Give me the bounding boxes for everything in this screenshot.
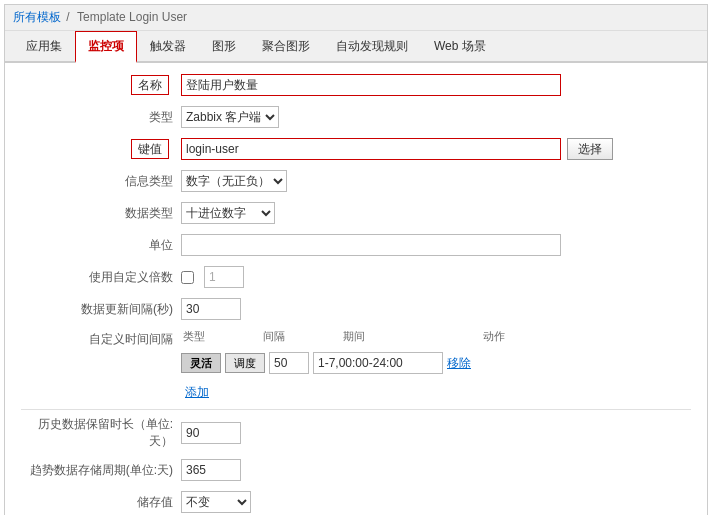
key-row: 键值 选择 xyxy=(21,137,691,161)
tab-bar: 应用集监控项触发器图形聚合图形自动发现规则Web 场景 xyxy=(5,31,707,63)
breadcrumb-template-name: Template Login User xyxy=(77,10,187,24)
trend-control xyxy=(181,459,691,481)
schedule-flex-button[interactable]: 灵活 xyxy=(181,353,221,373)
key-select-button[interactable]: 选择 xyxy=(567,138,613,160)
info-type-label: 信息类型 xyxy=(21,173,181,190)
schedule-header: 类型 间隔 期间 动作 xyxy=(181,329,543,344)
name-input[interactable] xyxy=(181,74,561,96)
main-container: 所有模板 / Template Login User 应用集监控项触发器图形聚合… xyxy=(4,4,708,515)
key-input[interactable] xyxy=(181,138,561,160)
schedule-period-input[interactable] xyxy=(313,352,443,374)
store-value-label-text: 储存值 xyxy=(137,495,173,509)
divider1 xyxy=(21,409,691,410)
multiplier-row: 使用自定义倍数 xyxy=(21,265,691,289)
trend-row: 趋势数据存储周期(单位:天) xyxy=(21,458,691,482)
trend-input[interactable] xyxy=(181,459,241,481)
tab-监控项[interactable]: 监控项 xyxy=(75,31,137,63)
schedule-remove-link[interactable]: 移除 xyxy=(447,355,471,372)
update-interval-label: 数据更新间隔(秒) xyxy=(21,301,181,318)
store-value-control: 不变增量每秒增量 xyxy=(181,491,691,513)
tab-图形[interactable]: 图形 xyxy=(199,31,249,63)
multiplier-label-text: 使用自定义倍数 xyxy=(89,270,173,284)
update-interval-row: 数据更新间隔(秒) xyxy=(21,297,691,321)
form-area: 名称 类型 Zabbix 客户端SNMPIPMIJMX 键值 选择 xyxy=(5,63,707,515)
info-type-control: 数字（无正负）字符日志文本 xyxy=(181,170,691,192)
store-value-label: 储存值 xyxy=(21,494,181,511)
info-type-select[interactable]: 数字（无正负）字符日志文本 xyxy=(181,170,287,192)
trend-label-text: 趋势数据存储周期(单位:天) xyxy=(30,463,173,477)
unit-input[interactable] xyxy=(181,234,561,256)
data-type-label-text: 数据类型 xyxy=(125,206,173,220)
key-label-container: 键值 xyxy=(21,141,181,158)
type-label-text: 类型 xyxy=(149,110,173,124)
update-interval-control xyxy=(181,298,691,320)
store-value-row: 储存值 不变增量每秒增量 xyxy=(21,490,691,514)
schedule-header-interval: 间隔 xyxy=(263,329,343,344)
schedule-header-type: 类型 xyxy=(183,329,263,344)
add-row: 添加 xyxy=(181,384,209,401)
key-label-text: 键值 xyxy=(131,139,169,159)
history-label-text: 历史数据保留时长（单位:天） xyxy=(38,417,173,448)
breadcrumb-sep1: / xyxy=(66,10,69,24)
name-label-text: 名称 xyxy=(131,75,169,95)
history-control xyxy=(181,422,691,444)
name-label: 名称 xyxy=(21,77,181,94)
type-select[interactable]: Zabbix 客户端SNMPIPMIJMX xyxy=(181,106,279,128)
unit-row: 单位 xyxy=(21,233,691,257)
tab-应用集[interactable]: 应用集 xyxy=(13,31,75,63)
info-type-row: 信息类型 数字（无正负）字符日志文本 xyxy=(21,169,691,193)
custom-interval-label: 自定义时间间隔 xyxy=(21,329,181,348)
multiplier-control xyxy=(181,266,691,288)
data-type-select[interactable]: 十进位数字八进位数字十六进位数字布尔值 xyxy=(181,202,275,224)
schedule-interval-input[interactable] xyxy=(269,352,309,374)
history-label: 历史数据保留时长（单位:天） xyxy=(21,416,181,450)
trend-label: 趋势数据存储周期(单位:天) xyxy=(21,462,181,479)
schedule-header-period: 期间 xyxy=(343,329,483,344)
data-type-label: 数据类型 xyxy=(21,205,181,222)
name-control xyxy=(181,74,691,96)
custom-interval-row: 自定义时间间隔 类型 间隔 期间 动作 灵活 调度 移除 添加 xyxy=(21,329,691,401)
schedule-header-action: 动作 xyxy=(483,329,543,344)
info-type-label-text: 信息类型 xyxy=(125,174,173,188)
schedule-row: 灵活 调度 移除 xyxy=(181,352,471,374)
tab-聚合图形[interactable]: 聚合图形 xyxy=(249,31,323,63)
breadcrumb: 所有模板 / Template Login User xyxy=(13,9,189,26)
multiplier-checkbox[interactable] xyxy=(181,271,194,284)
data-type-row: 数据类型 十进位数字八进位数字十六进位数字布尔值 xyxy=(21,201,691,225)
unit-label-text: 单位 xyxy=(149,238,173,252)
update-interval-label-text: 数据更新间隔(秒) xyxy=(81,302,173,316)
unit-control xyxy=(181,234,691,256)
type-label: 类型 xyxy=(21,109,181,126)
store-value-select[interactable]: 不变增量每秒增量 xyxy=(181,491,251,513)
custom-interval-label-text: 自定义时间间隔 xyxy=(89,332,173,346)
breadcrumb-all-templates[interactable]: 所有模板 xyxy=(13,10,61,24)
data-type-control: 十进位数字八进位数字十六进位数字布尔值 xyxy=(181,202,691,224)
name-row: 名称 xyxy=(21,73,691,97)
tab-Web 场景[interactable]: Web 场景 xyxy=(421,31,499,63)
breadcrumb-bar: 所有模板 / Template Login User xyxy=(5,5,707,31)
update-interval-input[interactable] xyxy=(181,298,241,320)
key-control: 选择 xyxy=(181,138,691,160)
schedule-scheduling-button[interactable]: 调度 xyxy=(225,353,265,373)
tab-触发器[interactable]: 触发器 xyxy=(137,31,199,63)
type-row: 类型 Zabbix 客户端SNMPIPMIJMX xyxy=(21,105,691,129)
multiplier-label: 使用自定义倍数 xyxy=(21,269,181,286)
type-control: Zabbix 客户端SNMPIPMIJMX xyxy=(181,106,691,128)
multiplier-input[interactable] xyxy=(204,266,244,288)
tab-自动发现规则[interactable]: 自动发现规则 xyxy=(323,31,421,63)
add-schedule-link[interactable]: 添加 xyxy=(185,385,209,399)
custom-interval-control: 类型 间隔 期间 动作 灵活 调度 移除 添加 xyxy=(181,329,691,401)
history-input[interactable] xyxy=(181,422,241,444)
history-row: 历史数据保留时长（单位:天） xyxy=(21,416,691,450)
unit-label: 单位 xyxy=(21,237,181,254)
